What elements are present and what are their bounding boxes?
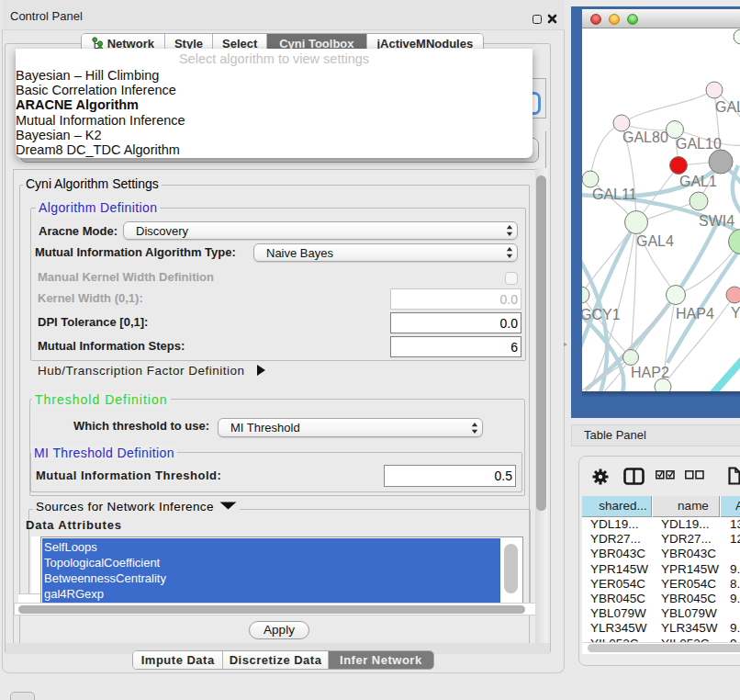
svg-text:GAL80: GAL80 bbox=[622, 130, 668, 145]
svg-text:SWI4: SWI4 bbox=[699, 213, 734, 229]
svg-text:GAL1: GAL1 bbox=[679, 174, 717, 189]
svg-text:GAL10: GAL10 bbox=[676, 136, 722, 152]
svg-text:GAL11: GAL11 bbox=[592, 186, 637, 202]
svg-text:HAP4: HAP4 bbox=[676, 306, 714, 322]
svg-text:GAL4: GAL4 bbox=[636, 233, 674, 249]
svg-text:HAP2: HAP2 bbox=[631, 365, 669, 380]
svg-text:GAL7: GAL7 bbox=[715, 99, 740, 115]
svg-text:GCY1: GCY1 bbox=[582, 307, 621, 322]
svg-text:Y: Y bbox=[731, 305, 740, 321]
